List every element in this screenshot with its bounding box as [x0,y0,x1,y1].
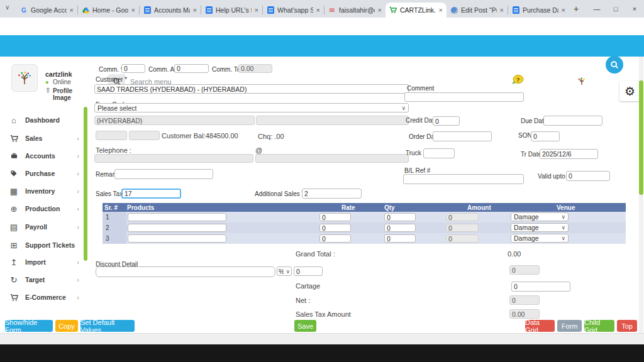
tr-date-input[interactable] [540,149,598,159]
rate-input-3[interactable] [319,234,351,243]
tab-help-urls[interactable]: Help URL's fo × [201,3,262,18]
from-godown-select[interactable]: Please select ∨ [94,103,409,112]
close-icon[interactable]: × [439,6,443,14]
customer-input[interactable] [94,84,409,94]
new-tab-button[interactable]: + [574,4,579,14]
sidebar-item-sales[interactable]: Sales › [0,131,82,145]
rate-input-1[interactable] [319,213,351,221]
venue-select-1[interactable]: Damage ∨ [511,212,569,221]
sidebar-item-purchase[interactable]: Purchase › [0,167,82,180]
due-date-input[interactable] [543,116,602,126]
profile-image-link[interactable]: Profile Image [53,87,89,101]
sidebar-scrollbar[interactable] [84,107,87,261]
close-icon[interactable]: × [500,6,504,14]
discount-unit-select[interactable]: % ∨ [277,266,292,276]
sidebar-item-label: Inventory [25,187,77,195]
tab-edit-post[interactable]: Edit Post "Pur × [447,3,508,18]
son-input[interactable] [531,131,560,141]
sidebar-item-inventory[interactable]: ▦ Inventory › [0,184,82,198]
sidebar-item-label: Payroll [25,223,77,231]
close-icon[interactable]: × [131,6,135,14]
amount-input-2 [446,224,479,232]
sidebar-item-production[interactable]: ⊕ Production › [0,202,82,216]
profile-image[interactable] [11,64,38,92]
content-scrollbar-thumb[interactable] [639,80,643,195]
set-default-values-button[interactable]: Set Default Values [80,320,135,332]
child-grid-button[interactable]: Child Grid [584,320,614,332]
get-help-link[interactable]: Get Help Now! [528,77,580,85]
top-button[interactable]: Top [617,320,637,332]
discount-detail-input[interactable] [96,266,275,277]
valid-upto-label: Valid upto : [538,173,569,180]
sidebar-item-import[interactable]: ↥ Import › [0,255,82,269]
docs-icon [205,6,213,14]
window-maximize-button[interactable]: □ [606,0,625,18]
tab-label: Home - Googl [92,6,128,14]
product-input-1[interactable] [128,213,226,221]
close-icon[interactable]: × [378,6,382,14]
google-icon: G [20,6,28,14]
sidebar-item-payroll[interactable]: ▤ Payroll › [0,220,82,234]
valid-upto-input[interactable] [566,171,610,181]
cartage-input[interactable] [511,282,570,292]
window-minimize-button[interactable]: — [587,0,606,18]
tab-google-drive-home[interactable]: Home - Googl × [78,3,139,18]
close-icon[interactable]: × [193,6,197,14]
venue-select-2[interactable]: Damage ∨ [511,223,569,232]
truck-no-input[interactable] [423,148,455,158]
data-grid-button[interactable]: Data Grid [525,320,555,332]
venue-select-3[interactable]: Damage ∨ [511,234,569,243]
qty-input-2[interactable] [384,224,416,232]
tab-label: faisaltahir@ca [339,6,375,14]
window-close-button[interactable]: × [625,0,644,18]
tab-whatsapp-sales[interactable]: What'sapp Sa × [263,3,324,18]
sidebar-item-label: Target [25,276,77,283]
sidebar-item-target[interactable]: ↻ Target › [0,273,82,287]
browser-address-bar: ← → ↻ demo.cartzlink.com/admin/indexyii.… [0,18,644,36]
docs-icon [512,6,519,14]
product-input-3[interactable] [128,234,226,243]
tab-accounts-master[interactable]: Accounts Mas × [140,3,201,18]
comm-pct-input[interactable] [121,64,145,73]
avatar[interactable] [574,73,590,89]
tab-label: Google Accou [31,6,67,14]
bl-ref-input[interactable] [403,174,524,184]
comm-amt-input[interactable] [174,64,209,73]
tab-label: CARTZLink.co [400,6,436,14]
credit-days-input[interactable] [433,116,460,126]
close-icon[interactable]: × [316,6,320,14]
sales-tax-input[interactable] [121,189,181,199]
order-date-input[interactable] [433,131,492,141]
tab-mail[interactable]: ✉ faisaltahir@ca × [325,3,386,18]
form-button[interactable]: Form [557,320,582,332]
tab-cartzlink-active[interactable]: CARTZLink.co × [386,3,447,18]
discount-pct-input[interactable] [294,266,323,276]
sidebar-item-support-tickets[interactable]: ⊞ Support Tickets [0,238,82,252]
help-icon[interactable]: ? [511,74,525,89]
close-icon[interactable]: × [255,6,258,14]
tab-search-chevron-icon[interactable]: ∨ [5,4,9,11]
remarks-input[interactable] [114,169,213,179]
bl-ref-label: B/L Ref # [404,167,430,174]
rate-input-2[interactable] [319,224,351,232]
tab-purchase-data[interactable]: Purchase Dat × [508,3,569,18]
save-button[interactable]: Save [294,320,316,332]
sidebar-item-accounts[interactable]: Accounts › [0,149,82,163]
show-hide-form-button[interactable]: Show/hide Form [5,320,53,332]
sidebar-item-ecommerce[interactable]: E-Commerce › [0,290,82,304]
user-name[interactable]: cartzlink [594,77,622,85]
tab-google-account[interactable]: G Google Accou × [16,3,77,18]
sidebar-item-dashboard[interactable]: ⌂ Dashboard [0,113,82,127]
qty-input-1[interactable] [384,213,416,221]
comment-input[interactable] [404,92,524,102]
copy-button[interactable]: Copy [55,320,78,332]
addl-sales-tax-input[interactable] [302,189,362,199]
sr-cell: 2 [103,222,126,233]
search-fab-button[interactable] [606,56,623,74]
product-input-2[interactable] [128,224,226,232]
settings-gear-icon[interactable]: ⚙ [619,81,640,101]
close-icon[interactable]: × [562,6,565,14]
cart-icon [389,6,397,14]
close-icon[interactable]: × [70,6,74,14]
qty-input-3[interactable] [384,234,416,243]
